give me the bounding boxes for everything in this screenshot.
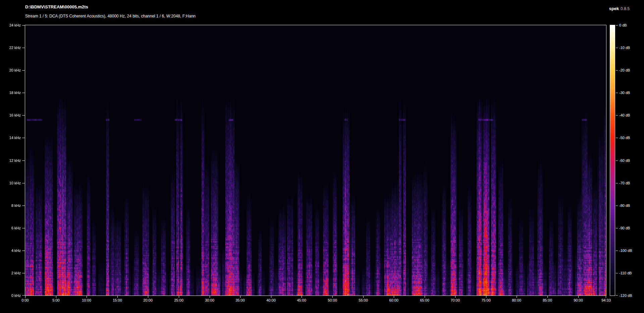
x-axis-tick-label: 15:00 <box>107 298 128 302</box>
y-axis-tick-label: 6 kHz <box>1 226 21 230</box>
x-axis-tick-label: 25:00 <box>168 298 190 302</box>
x-axis-tick <box>179 296 179 298</box>
x-axis-tick <box>87 296 87 298</box>
y-axis-tick <box>22 25 25 26</box>
colorbar-tick-label: -90 dB <box>619 226 630 230</box>
spek-window: { "header": { "title": "D:\\BDMV\\STREAM… <box>0 0 644 313</box>
x-axis-tick <box>148 296 148 298</box>
x-axis-tick <box>578 296 579 298</box>
x-axis-tick-label: 45:00 <box>291 298 312 302</box>
colorbar-tick <box>616 206 618 206</box>
x-axis-tick <box>210 296 210 298</box>
x-axis-tick-label: 90:00 <box>568 298 589 302</box>
y-axis-tick-label: 10 kHz <box>1 181 21 185</box>
x-axis-tick <box>517 296 517 298</box>
x-axis-tick <box>332 296 333 298</box>
colorbar-tick-label: -30 dB <box>619 91 630 95</box>
x-axis-tick-label: 50:00 <box>322 298 343 302</box>
x-axis-tick <box>394 296 394 298</box>
y-axis-tick <box>22 70 25 71</box>
x-axis-tick-label: 60:00 <box>383 298 405 302</box>
x-axis-tick-label: 85:00 <box>537 298 558 302</box>
y-axis-tick <box>22 183 25 183</box>
x-axis-tick-label: 30:00 <box>199 298 220 302</box>
colorbar-tick-label: -60 dB <box>619 159 630 163</box>
x-axis-tick <box>486 296 486 298</box>
y-axis-tick-label: 16 kHz <box>1 113 21 118</box>
y-axis-tick <box>22 161 25 161</box>
y-axis-tick-label: 0 kHz <box>1 294 21 298</box>
colorbar-tick-label: -110 dB <box>619 271 632 275</box>
x-axis-tick-label: 75:00 <box>475 298 497 302</box>
x-axis-tick <box>547 296 548 298</box>
colorbar-tick-label: -10 dB <box>619 46 630 50</box>
y-axis-tick <box>22 48 25 48</box>
colorbar-tick <box>616 183 618 183</box>
x-axis-tick <box>363 296 364 298</box>
y-axis-tick-label: 24 kHz <box>1 23 21 28</box>
x-axis-tick <box>271 296 271 298</box>
y-axis-tick-label: 2 kHz <box>1 271 21 275</box>
colorbar-tick-label: -70 dB <box>619 181 630 185</box>
file-path-title: D:\BDMV\STREAM\00005.m2ts <box>25 4 88 9</box>
y-axis-tick-label: 12 kHz <box>1 159 21 163</box>
colorbar-tick-label: -50 dB <box>619 136 630 140</box>
y-axis-tick-label: 14 kHz <box>1 136 21 140</box>
spectrogram-plot: 24 kHz22 kHz20 kHz18 kHz16 kHz14 kHz12 k… <box>25 25 606 296</box>
x-axis-tick-label: 20:00 <box>137 298 159 302</box>
colorbar-tick <box>616 228 618 228</box>
x-axis-tick-label: 40:00 <box>260 298 282 302</box>
app-version: 0.8.5 <box>621 6 630 11</box>
x-axis-tick <box>25 296 25 298</box>
colorbar-tick <box>616 295 618 296</box>
x-axis-tick-label: 0:00 <box>14 298 36 302</box>
x-axis-tick <box>240 296 240 298</box>
colorbar-tick-label: -40 dB <box>619 113 630 118</box>
y-axis-tick-label: 18 kHz <box>1 91 21 95</box>
x-axis-tick-label: 94:33 <box>595 298 617 302</box>
colorbar-tick <box>616 138 618 138</box>
x-axis-tick <box>606 296 606 298</box>
app-brand: spek0.8.5 <box>609 6 630 11</box>
stream-info: Stream 1 / 5: DCA (DTS Coherent Acoustic… <box>25 14 196 18</box>
x-axis-tick-label: 55:00 <box>353 298 374 302</box>
colorbar-tick-label: -80 dB <box>619 204 630 208</box>
y-axis-tick-label: 4 kHz <box>1 249 21 253</box>
y-axis-tick-label: 20 kHz <box>1 68 21 73</box>
y-axis-tick-label: 8 kHz <box>1 204 21 208</box>
y-axis-tick <box>22 273 25 273</box>
x-axis-tick <box>117 296 118 298</box>
colorbar-tick <box>616 25 618 26</box>
x-axis-tick-label: 70:00 <box>444 298 466 302</box>
x-axis-tick-label: 35:00 <box>229 298 251 302</box>
x-axis-tick <box>425 296 425 298</box>
colorbar-tick-label: -20 dB <box>619 68 630 73</box>
colorbar: 0 dB-10 dB-20 dB-30 dB-40 dB-50 dB-60 dB… <box>610 25 615 296</box>
y-axis-tick <box>22 206 25 206</box>
x-axis-tick <box>455 296 455 298</box>
y-axis-tick-label: 22 kHz <box>1 46 21 50</box>
colorbar-tick-label: -100 dB <box>619 249 632 253</box>
x-axis-tick-label: 65:00 <box>414 298 435 302</box>
colorbar-tick-label: 0 dB <box>619 23 627 28</box>
y-axis-tick <box>22 251 25 251</box>
y-axis-tick <box>22 138 25 138</box>
colorbar-tick <box>616 48 618 48</box>
y-axis-tick <box>22 115 25 116</box>
spectrogram-canvas <box>25 25 606 296</box>
x-axis-tick-label: 80:00 <box>506 298 527 302</box>
y-axis-tick <box>22 93 25 93</box>
x-axis-tick-label: 5:00 <box>45 298 67 302</box>
colorbar-tick <box>616 161 618 161</box>
x-axis-tick <box>302 296 302 298</box>
colorbar-tick <box>616 93 618 93</box>
colorbar-tick <box>616 251 618 251</box>
colorbar-tick <box>616 273 618 273</box>
app-name: spek <box>609 6 619 11</box>
colorbar-tick <box>616 115 618 116</box>
y-axis-tick <box>22 295 25 296</box>
colorbar-gradient <box>610 25 615 296</box>
colorbar-tick <box>616 70 618 71</box>
x-axis-tick-label: 10:00 <box>76 298 97 302</box>
x-axis-tick <box>56 296 56 298</box>
